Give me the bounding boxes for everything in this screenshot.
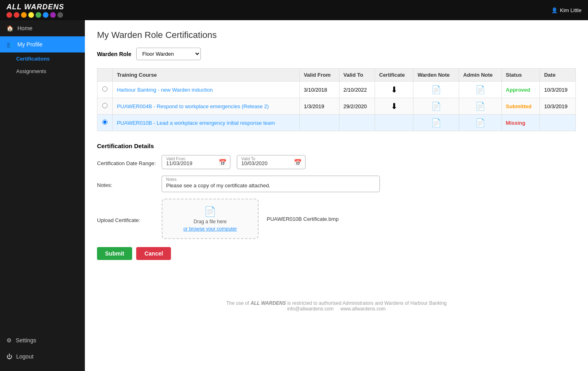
main-layout: 🏠 Home 👥 My Profile Certifications Assig… — [0, 20, 588, 371]
logo: ALL WARDENS — [6, 3, 64, 18]
table-row: Harbour Banking - new Warden induction3/… — [97, 82, 576, 98]
col-header-radio — [97, 69, 113, 82]
cell-date: 10/3/2019 — [540, 98, 576, 115]
certifications-table: Training Course Valid From Valid To Cert… — [97, 68, 576, 131]
submit-button[interactable]: Submit — [97, 247, 132, 260]
admin-note-icon[interactable]: 📄 — [475, 85, 485, 94]
sidebar-item-my-profile[interactable]: 👥 My Profile — [0, 36, 85, 52]
download-icon[interactable]: ⬇ — [391, 85, 398, 94]
row-radio[interactable] — [102, 86, 107, 92]
cell-certificate[interactable]: ⬇ — [375, 82, 413, 98]
logout-icon: ⏻ — [6, 353, 12, 360]
cell-status: Missing — [502, 115, 540, 131]
row-radio[interactable] — [102, 119, 107, 125]
sidebar-item-label: Home — [17, 25, 32, 31]
valid-from-label: Valid From — [166, 157, 185, 161]
date-fields: Valid From 11/03/2019 📅 Valid To 10/03/2… — [162, 155, 576, 169]
warden-role-label: Warden Role — [97, 51, 131, 57]
cell-admin-note[interactable]: 📄 — [459, 82, 502, 98]
cell-admin-note[interactable]: 📄 — [459, 98, 502, 115]
action-buttons: Submit Cancel — [97, 247, 576, 260]
cell-certificate[interactable]: ⬇ — [375, 98, 413, 115]
download-icon[interactable]: ⬇ — [391, 102, 398, 111]
cert-details-title: Certification Details — [97, 143, 576, 149]
cell-date — [540, 115, 576, 131]
sidebar-subitem-assignments[interactable]: Assignments — [0, 65, 85, 78]
main-content: My Warden Role Certifications Warden Rol… — [85, 20, 588, 371]
sidebar-item-home[interactable]: 🏠 Home — [0, 20, 85, 36]
col-header-admin-note: Admin Note — [459, 69, 502, 82]
sidebar-item-label: My Profile — [17, 41, 42, 48]
app-header: ALL WARDENS 👤 Kim Little — [0, 0, 588, 20]
cell-admin-note[interactable]: 📄 — [459, 115, 502, 131]
page-title: My Warden Role Certifications — [97, 30, 576, 40]
sidebar-item-logout[interactable]: ⏻ Logout — [0, 348, 85, 365]
logo-dot-red2 — [14, 12, 19, 18]
cell-warden-note[interactable]: 📄 — [413, 98, 459, 115]
cell-course: PUAWER010B - Lead a workplace emergency … — [113, 115, 300, 131]
upload-dropzone[interactable]: 📄 Drag a file here or browse your comput… — [162, 199, 259, 239]
warden-note-icon[interactable]: 📄 — [431, 102, 441, 111]
upload-section: 📄 Drag a file here or browse your comput… — [162, 199, 576, 239]
sidebar-item-label: Settings — [16, 337, 36, 344]
col-header-certificate: Certificate — [375, 69, 413, 82]
sidebar-item-settings[interactable]: ⚙ Settings — [0, 332, 85, 348]
table-row: PUAWER010B - Lead a workplace emergency … — [97, 115, 576, 131]
admin-note-icon[interactable]: 📄 — [475, 102, 485, 111]
footer-email: info@allwardens.com — [287, 306, 334, 312]
valid-to-field[interactable]: Valid To 10/03/2020 📅 — [237, 155, 306, 169]
warden-role-select[interactable]: Floor Warden Chief Warden Deputy Warden — [136, 48, 201, 60]
footer-before: The use of — [226, 300, 251, 306]
date-range-label: Certification Date Range: — [97, 155, 162, 169]
sidebar: 🏠 Home 👥 My Profile Certifications Assig… — [0, 20, 85, 371]
warden-note-icon[interactable]: 📄 — [431, 118, 441, 127]
footer-website: www.allwardens.com — [340, 306, 386, 312]
file-upload-icon: 📄 — [204, 206, 216, 217]
cell-warden-note[interactable]: 📄 — [413, 82, 459, 98]
user-menu[interactable]: 👤 Kim Little — [551, 7, 582, 13]
footer-brand: ALL WARDENS — [251, 300, 286, 306]
sidebar-nav: 🏠 Home 👥 My Profile Certifications Assig… — [0, 20, 85, 332]
calendar-icon-to[interactable]: 📅 — [294, 158, 302, 166]
user-name: Kim Little — [560, 7, 582, 13]
logo-dot-red1 — [6, 12, 12, 18]
cell-certificate — [375, 115, 413, 131]
cell-status: Approved — [502, 82, 540, 98]
valid-from-field[interactable]: Valid From 11/03/2019 📅 — [162, 155, 230, 169]
browse-link[interactable]: or browse your computer — [183, 226, 237, 232]
cell-valid-from: 3/10/2018 — [299, 82, 339, 98]
cell-valid-to — [339, 115, 375, 131]
sidebar-bottom: ⚙ Settings ⏻ Logout — [0, 332, 85, 371]
cancel-button[interactable]: Cancel — [136, 247, 171, 260]
logo-dot-orange — [21, 12, 27, 18]
logo-dot-purple — [50, 12, 56, 18]
cell-valid-to: 29/2/2020 — [339, 98, 375, 115]
table-header-row: Training Course Valid From Valid To Cert… — [97, 69, 576, 82]
valid-to-label: Valid To — [241, 157, 255, 161]
col-header-status: Status — [502, 69, 540, 82]
calendar-icon-from[interactable]: 📅 — [219, 158, 227, 166]
sidebar-item-label: Logout — [16, 353, 34, 360]
footer-text: The use of ALL WARDENS is restricted to … — [105, 300, 568, 306]
user-icon: 👤 — [551, 7, 558, 13]
row-radio[interactable] — [102, 103, 107, 108]
valid-from-value: 11/03/2019 — [166, 160, 192, 166]
logo-text: ALL WARDENS — [6, 3, 64, 11]
notes-value: Please see a copy of my certificate atta… — [166, 182, 270, 189]
admin-note-icon[interactable]: 📄 — [475, 118, 485, 127]
col-header-date: Date — [540, 69, 576, 82]
col-header-valid-from: Valid From — [299, 69, 339, 82]
cell-status: Submitted — [502, 98, 540, 115]
cell-valid-to: 2/10/2022 — [339, 82, 375, 98]
logo-dot-dark — [57, 12, 63, 18]
footer-after: is restricted to authorised Administrato… — [287, 300, 447, 306]
footer: The use of ALL WARDENS is restricted to … — [97, 292, 576, 320]
warden-note-icon[interactable]: 📄 — [431, 85, 441, 94]
sidebar-subitem-certifications[interactable]: Certifications — [0, 52, 85, 65]
cert-details-section: Certification Details Certification Date… — [97, 143, 576, 239]
cell-warden-note[interactable]: 📄 — [413, 115, 459, 131]
footer-links: info@allwardens.com www.allwardens.com — [105, 306, 568, 312]
warden-role-row: Warden Role Floor Warden Chief Warden De… — [97, 48, 576, 60]
profile-icon: 👥 — [6, 41, 13, 48]
notes-field[interactable]: Notes Please see a copy of my certificat… — [162, 176, 380, 192]
